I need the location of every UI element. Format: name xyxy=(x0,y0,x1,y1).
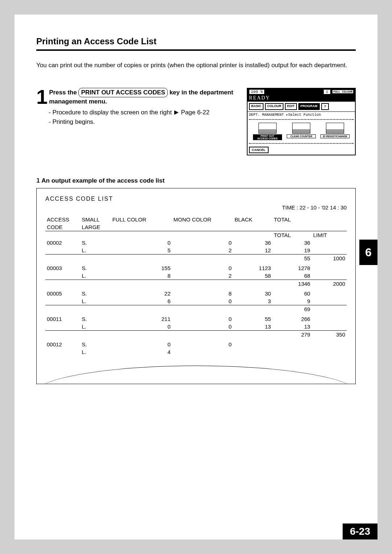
tab-program[interactable]: PROGRAM xyxy=(298,103,320,110)
table-row: L.6039 xyxy=(45,297,347,305)
table-subtotal-row: 279350 xyxy=(45,330,347,341)
access-code-table: ACCESS SMALL FULL COLOR MONO COLOR BLACK… xyxy=(45,216,347,356)
tab-basic[interactable]: BASIC xyxy=(249,103,264,110)
table-row: L.4 xyxy=(45,348,347,356)
step-1: 1 Press the PRINT OUT ACCESS CODES key i… xyxy=(36,88,356,155)
chapter-tab: 6 xyxy=(359,240,377,265)
table-subtotal-row: 551000 xyxy=(45,254,347,264)
page-ref: Page 6-22 xyxy=(181,109,209,116)
help-icon[interactable]: ？ xyxy=(321,103,329,110)
col-monocolor: MONO COLOR xyxy=(172,216,233,223)
page-number: 6-23 xyxy=(343,524,377,539)
copier-screen: 100 % 1 FULL COLOUR READY BASIC COLOUR E… xyxy=(247,88,356,155)
torn-edge xyxy=(36,366,356,384)
func-print-out-access-codes[interactable]: PRINT OUTACCESS CODES xyxy=(253,123,282,140)
register-icon xyxy=(326,123,344,134)
manual-page: Printing an Access Code List You can pri… xyxy=(15,15,377,539)
breadcrumb: DEPT. MANAGEMENT ▸Select Function xyxy=(248,112,355,118)
table-row: 00002S.003636 xyxy=(45,239,347,247)
print-list-icon xyxy=(258,123,277,134)
func-clear-counter[interactable]: CLEAR COUNTER xyxy=(287,123,316,140)
col-black: BLACK xyxy=(233,216,272,223)
page-ref-arrow-icon xyxy=(174,110,179,115)
example-heading: An output example of the access code lis… xyxy=(41,177,164,184)
table-row: 00005S.2283060 xyxy=(45,290,347,297)
step-sub-b: - Printing begins. xyxy=(49,117,240,127)
table-row: 00003S.155011231278 xyxy=(45,264,347,272)
cancel-button[interactable]: CANCEL xyxy=(249,147,269,153)
printout-timestamp: TIME : 22 - 10 - '02 14 : 30 xyxy=(45,204,347,211)
table-row: 00012S.00 xyxy=(45,341,347,348)
table-row: 00011S.211055266 xyxy=(45,315,347,323)
ready-status: READY xyxy=(248,95,355,102)
col-small: SMALL xyxy=(80,216,111,223)
example-marker: l xyxy=(36,178,40,184)
func-id-regist-change[interactable]: ID REGIST/CHANGE xyxy=(320,123,350,140)
tab-colour[interactable]: COLOUR xyxy=(265,103,283,110)
table-subtotal-row: 13462000 xyxy=(45,280,347,290)
copy-count: 1 xyxy=(323,89,331,94)
step-number: 1 xyxy=(36,88,48,106)
col-access: ACCESS xyxy=(45,216,80,223)
tab-edit[interactable]: EDIT xyxy=(285,103,297,110)
table-subtotal-row: 69 xyxy=(45,305,347,315)
access-code-list-printout: ACCESS CODE LIST TIME : 22 - 10 - '02 14… xyxy=(36,188,356,384)
step-sub-a: - Procedure to display the screen on the… xyxy=(49,109,173,116)
step-lead: Press the xyxy=(49,89,78,96)
col-total: TOTAL xyxy=(272,216,311,223)
colour-mode-badge: FULL COLOUR xyxy=(332,90,354,94)
counter-icon xyxy=(292,123,310,134)
col-fullcolor: FULL COLOR xyxy=(111,216,172,223)
printout-title: ACCESS CODE LIST xyxy=(45,196,347,202)
table-row: L.825868 xyxy=(45,272,347,280)
table-row: L.001313 xyxy=(45,323,347,331)
zoom-indicator: 100 % xyxy=(249,89,265,94)
table-row: L.521219 xyxy=(45,247,347,254)
keycap-print-out-access-codes: PRINT OUT ACCESS CODES xyxy=(78,88,168,97)
section-title: Printing an Access Code List xyxy=(36,36,356,51)
intro-paragraph: You can print out the number of copies o… xyxy=(36,61,356,70)
